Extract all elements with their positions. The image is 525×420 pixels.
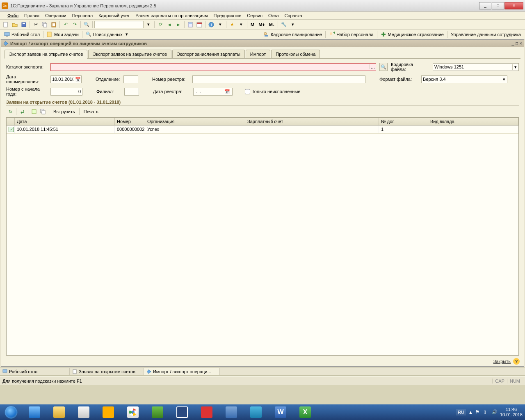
doc-close-icon[interactable]: ✕ bbox=[519, 41, 522, 46]
menu-enterprise[interactable]: Предприятие bbox=[211, 12, 244, 19]
dropdown3-icon[interactable]: ▾ bbox=[237, 21, 245, 29]
menu-personnel[interactable]: Персонал bbox=[70, 12, 96, 19]
task-notepad[interactable] bbox=[72, 405, 96, 419]
task-leaf[interactable] bbox=[146, 405, 169, 419]
col-vkl[interactable]: Вид вклада bbox=[428, 118, 518, 125]
dateform-calendar-icon[interactable]: 📅 bbox=[75, 77, 81, 82]
task-ie[interactable] bbox=[23, 405, 46, 419]
edit-icon[interactable] bbox=[30, 107, 38, 116]
paste-icon[interactable] bbox=[50, 21, 58, 29]
task-excel[interactable]: X bbox=[293, 405, 317, 419]
task-dpi[interactable] bbox=[170, 405, 194, 419]
task-1c2[interactable] bbox=[195, 405, 219, 419]
print-button[interactable]: Печать bbox=[81, 108, 101, 115]
format-input[interactable] bbox=[422, 77, 501, 82]
network-icon[interactable]: ▯ bbox=[484, 409, 489, 415]
mminus-button[interactable]: M- bbox=[267, 21, 276, 29]
regdate-input[interactable] bbox=[194, 89, 224, 94]
wrench-icon[interactable]: 🔧 bbox=[280, 21, 288, 29]
nabor-button[interactable]: +Набор персонала bbox=[326, 31, 376, 38]
regnum-input[interactable] bbox=[192, 75, 365, 83]
col-date[interactable]: Дата bbox=[15, 118, 115, 125]
m-button[interactable]: M bbox=[249, 21, 256, 29]
dropdown2-icon[interactable]: ▾ bbox=[216, 21, 224, 29]
onlyunexec-checkbox[interactable] bbox=[245, 89, 250, 94]
back-icon[interactable]: ◄ bbox=[165, 21, 173, 29]
sound-icon[interactable]: 🔊 bbox=[492, 409, 498, 415]
export-button[interactable]: Выгрузить bbox=[51, 108, 78, 115]
copy-row-icon[interactable] bbox=[39, 107, 47, 116]
task-1c[interactable] bbox=[96, 405, 120, 419]
format-dd-icon[interactable]: ▾ bbox=[501, 77, 507, 82]
tab-salary[interactable]: Экспорт зачисления зарплаты bbox=[172, 50, 245, 59]
save-icon[interactable] bbox=[20, 21, 28, 29]
tasks-button[interactable]: Мои задачи bbox=[44, 31, 81, 38]
undo-icon[interactable]: ↶ bbox=[62, 21, 70, 29]
task-explorer[interactable] bbox=[47, 405, 71, 419]
format-combo[interactable]: ▾ bbox=[421, 75, 507, 83]
regdate-field[interactable]: 📅 bbox=[193, 88, 233, 96]
task-word[interactable]: W bbox=[269, 405, 292, 419]
tray-up-icon[interactable]: ▲ bbox=[468, 410, 473, 415]
task-teamviewer[interactable] bbox=[244, 405, 268, 419]
doc-restore-icon[interactable]: ❐ bbox=[516, 41, 518, 46]
toolbar-search-input[interactable] bbox=[94, 21, 144, 28]
col-dog[interactable]: № дог. bbox=[379, 118, 428, 125]
upr-button[interactable]: Управление данными сотрудника bbox=[448, 31, 523, 38]
catalog-field[interactable]: … bbox=[50, 63, 376, 71]
filial-input[interactable] bbox=[124, 88, 139, 96]
tab-close-accounts[interactable]: Экспорт заявок на закрытие счетов bbox=[88, 50, 171, 59]
desktop-button[interactable]: Рабочий стол bbox=[2, 31, 42, 38]
menu-service[interactable]: Сервис bbox=[244, 12, 265, 19]
col-org[interactable]: Организация bbox=[145, 118, 245, 125]
search-button[interactable]: 🔍Поиск данных▾ bbox=[83, 31, 130, 38]
menu-payroll[interactable]: Расчет зарплаты по организациям bbox=[133, 12, 210, 19]
menu-hr[interactable]: Кадровый учет bbox=[96, 12, 132, 19]
menu-help[interactable]: Справка bbox=[282, 12, 305, 19]
refresh-icon[interactable]: ⟳ bbox=[156, 21, 164, 29]
find-icon[interactable]: 🔍 bbox=[82, 21, 91, 29]
encoding-input[interactable] bbox=[433, 64, 512, 69]
doc-minimize-icon[interactable]: _ bbox=[511, 41, 514, 46]
med-button[interactable]: Медицинское страхование bbox=[378, 31, 446, 38]
clock[interactable]: 11:46 10.01.2018 bbox=[500, 407, 523, 418]
redo-icon[interactable]: ↷ bbox=[71, 21, 79, 29]
calendar-icon[interactable] bbox=[195, 21, 203, 29]
open-icon[interactable] bbox=[11, 21, 19, 29]
star-icon[interactable]: ★ bbox=[228, 21, 236, 29]
cut-icon[interactable]: ✂ bbox=[32, 21, 40, 29]
col-num[interactable]: Номер bbox=[115, 118, 145, 125]
branch-input[interactable] bbox=[123, 75, 138, 83]
catalog-browse-icon[interactable]: … bbox=[370, 64, 376, 69]
calc-icon[interactable] bbox=[186, 21, 194, 29]
col-acct[interactable]: Зарплатный счет bbox=[245, 118, 379, 125]
mplus-button[interactable]: M+ bbox=[257, 21, 267, 29]
menu-file[interactable]: Файл bbox=[5, 12, 21, 19]
new-icon[interactable] bbox=[2, 21, 10, 29]
minimize-button[interactable]: _ bbox=[479, 2, 491, 9]
task-chrome[interactable] bbox=[121, 405, 145, 419]
copy-icon[interactable] bbox=[41, 21, 49, 29]
catalog-input[interactable] bbox=[51, 64, 370, 69]
menu-operations[interactable]: Операции bbox=[43, 12, 68, 19]
menu-windows[interactable]: Окна bbox=[266, 12, 281, 19]
yearnum-input[interactable] bbox=[50, 88, 82, 96]
regdate-calendar-icon[interactable]: 📅 bbox=[224, 89, 231, 94]
fwd-icon[interactable]: ► bbox=[174, 21, 183, 29]
mdi-tab-import[interactable]: Импорт / экспорт операци... bbox=[144, 368, 220, 375]
help-icon[interactable]: ? bbox=[513, 358, 520, 365]
tab-open-accounts[interactable]: Экспорт заявок на открытие счетов bbox=[5, 50, 87, 59]
refresh-grid-icon[interactable]: ↻ bbox=[6, 107, 14, 116]
table-row[interactable]: ✓ 10.01.2018 11:45:51 00000000002 Успех … bbox=[7, 126, 518, 134]
catalog-pick-icon[interactable]: 🔍 bbox=[379, 63, 388, 71]
col-check[interactable] bbox=[7, 118, 15, 125]
encoding-dd-icon[interactable]: ▾ bbox=[512, 64, 518, 70]
info-icon[interactable]: i bbox=[207, 21, 215, 29]
maximize-button[interactable]: □ bbox=[492, 2, 504, 9]
mdi-tab-desktop[interactable]: Рабочий стол bbox=[0, 368, 70, 375]
flag-icon[interactable]: ⚑ bbox=[475, 409, 481, 415]
close-button[interactable]: ✕ bbox=[504, 2, 523, 9]
swap-icon[interactable]: ⇄ bbox=[18, 107, 26, 116]
dropdown-icon[interactable]: ▾ bbox=[144, 21, 153, 29]
tab-import[interactable]: Импорт bbox=[246, 50, 270, 59]
